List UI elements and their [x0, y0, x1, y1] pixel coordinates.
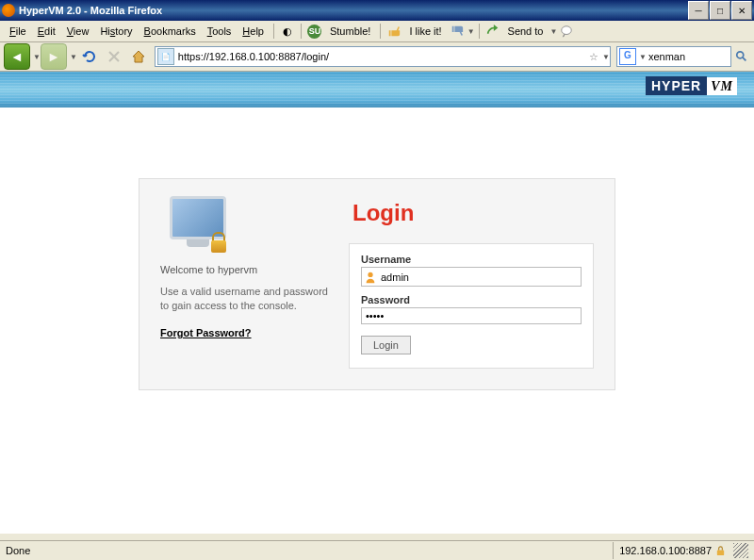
close-button[interactable]: ✕ — [731, 1, 752, 20]
url-bar[interactable]: 📄 ☆ ▼ — [155, 46, 611, 67]
lock-icon — [715, 546, 726, 556]
password-input[interactable] — [361, 307, 582, 324]
help-text: Use a valid username and password to gai… — [160, 285, 339, 314]
hypervm-logo: HYPERVM — [646, 78, 737, 94]
status-host: 192.168.0.100:8887 — [619, 545, 712, 556]
forward-button[interactable]: ► — [41, 43, 67, 70]
forgot-password-link[interactable]: Forgot Password? — [160, 327, 252, 338]
send-to-button[interactable]: Send to — [502, 24, 549, 39]
navigation-toolbar: ◄ ▼ ► ▼ 📄 ☆ ▼ G ▼ — [0, 42, 754, 72]
like-button[interactable]: I like it! — [403, 24, 447, 39]
password-label: Password — [361, 294, 582, 305]
firefox-icon — [2, 4, 15, 17]
stumble-settings-icon[interactable]: ◐ — [280, 24, 295, 39]
search-bar[interactable]: G ▼ — [616, 46, 731, 67]
page-icon: 📄 — [157, 48, 174, 65]
window-titlebar: HyperVM 2.0 - Mozilla Firefox ─ □ ✕ — [0, 0, 754, 21]
menu-bar: File Edit View History Bookmarks Tools H… — [0, 21, 754, 42]
login-heading: Login — [352, 200, 594, 226]
menu-view[interactable]: View — [61, 24, 95, 39]
google-icon[interactable]: G — [619, 48, 636, 65]
back-dropdown[interactable]: ▼ — [33, 53, 41, 61]
menu-history[interactable]: History — [94, 24, 138, 39]
login-button[interactable]: Login — [361, 336, 411, 354]
menu-help[interactable]: Help — [237, 24, 270, 39]
monitor-lock-icon — [170, 196, 236, 253]
url-input[interactable] — [176, 51, 586, 62]
url-dropdown[interactable]: ▼ — [602, 53, 610, 61]
bookmark-star-icon[interactable]: ☆ — [586, 51, 601, 63]
send-icon[interactable] — [485, 24, 500, 39]
status-text: Done — [0, 542, 614, 559]
login-form: Username Password Login — [349, 243, 594, 369]
svg-point-1 — [737, 52, 744, 58]
menu-edit[interactable]: Edit — [32, 24, 61, 39]
username-label: Username — [361, 254, 582, 265]
username-input[interactable] — [379, 272, 581, 283]
status-bar: Done 192.168.0.100:8887 — [0, 540, 754, 560]
stumble-button[interactable]: Stumble! — [324, 24, 376, 39]
svg-point-2 — [368, 272, 372, 276]
thumbs-up-icon[interactable] — [386, 24, 402, 39]
minimize-button[interactable]: ─ — [688, 1, 709, 20]
page-content: HYPERVM Welcome to hypervm Use a valid u… — [0, 72, 754, 534]
login-panel: Welcome to hypervm Use a valid username … — [139, 178, 615, 390]
search-go-button[interactable] — [733, 48, 750, 65]
welcome-text: Welcome to hypervm — [160, 264, 339, 275]
maximize-button[interactable]: □ — [710, 1, 730, 20]
search-input[interactable] — [647, 51, 730, 62]
svg-rect-3 — [717, 550, 724, 555]
home-button[interactable] — [128, 46, 149, 67]
thumbs-down-icon[interactable] — [450, 24, 465, 39]
svg-point-0 — [562, 26, 572, 35]
reload-button[interactable] — [79, 46, 100, 67]
resize-grip[interactable] — [733, 543, 748, 558]
menu-tools[interactable]: Tools — [202, 24, 238, 39]
menu-bookmarks[interactable]: Bookmarks — [139, 24, 202, 39]
header-banner: HYPERVM — [0, 72, 754, 107]
user-icon — [364, 271, 377, 284]
back-button[interactable]: ◄ — [4, 43, 30, 70]
menu-file[interactable]: File — [4, 24, 32, 39]
chat-icon[interactable] — [559, 24, 574, 39]
stumbleupon-icon[interactable]: SU — [307, 24, 322, 39]
stop-button[interactable] — [104, 46, 124, 67]
window-title: HyperVM 2.0 - Mozilla Firefox — [19, 5, 688, 16]
